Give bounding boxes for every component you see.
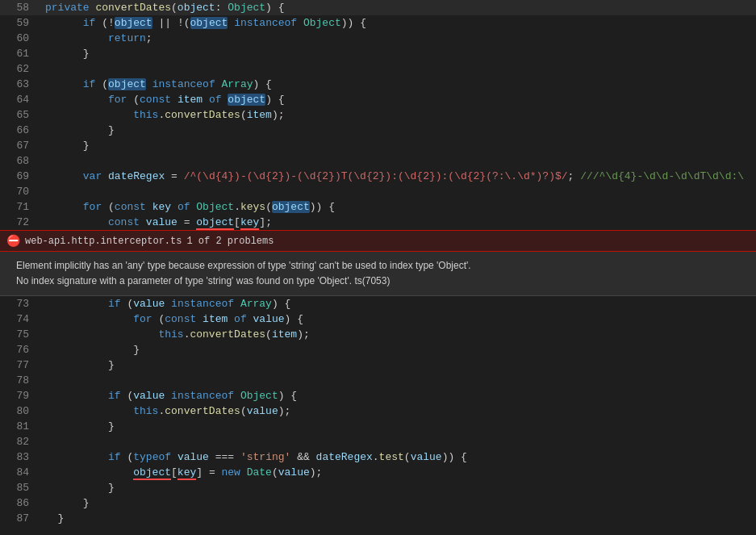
line-number: 75	[0, 327, 42, 342]
line-content: }	[42, 342, 756, 357]
code-line-73: 73 if (value instanceof Array) {	[0, 296, 756, 311]
code-line-69: 69 var dateRegex = /^(\d{4})-(\d{2})-(\d…	[0, 169, 756, 184]
line-number: 65	[0, 107, 42, 123]
line-content: var dateRegex = /^(\d{4})-(\d{2})-(\d{2}…	[42, 169, 756, 184]
line-number: 87	[0, 511, 42, 526]
error-circle-icon: ⛔	[6, 234, 20, 248]
line-number: 85	[0, 480, 42, 495]
line-content: object[key] = new Date(value);	[42, 465, 756, 480]
line-number: 66	[0, 123, 42, 138]
line-number: 82	[0, 434, 42, 449]
line-number: 64	[0, 92, 42, 107]
line-content: if (typeof value === 'string' && dateReg…	[42, 449, 756, 465]
error-bar: ⛔ web-api.http.interceptor.ts 1 of 2 pro…	[0, 230, 756, 252]
code-section-top: 58 private convertDates(object: Object) …	[0, 0, 756, 230]
line-content: for (const item of object) {	[42, 92, 756, 107]
error-message-line1: Element implicitly has an 'any' type bec…	[16, 258, 740, 274]
line-number: 60	[0, 31, 42, 46]
error-count: 1 of 2 problems	[186, 236, 274, 247]
line-number: 59	[0, 15, 42, 31]
line-number: 83	[0, 449, 42, 465]
line-number: 68	[0, 153, 42, 169]
code-line-77: 77 }	[0, 357, 756, 373]
line-content: }	[42, 46, 756, 61]
code-line-85: 85 }	[0, 480, 756, 495]
line-number: 72	[0, 215, 42, 230]
error-message-line2: No index signature with a parameter of t…	[16, 274, 740, 289]
line-number: 79	[0, 388, 42, 403]
code-line-58: 58 private convertDates(object: Object) …	[0, 0, 756, 15]
line-number: 61	[0, 46, 42, 61]
code-line-76: 76 }	[0, 342, 756, 357]
code-line-68: 68	[0, 153, 756, 169]
line-number: 71	[0, 199, 42, 215]
code-line-70: 70	[0, 184, 756, 199]
code-line-79: 79 if (value instanceof Object) {	[0, 388, 756, 403]
line-content: }	[42, 357, 756, 373]
line-content: }	[42, 480, 756, 495]
code-line-84: 84 object[key] = new Date(value);	[0, 465, 756, 480]
line-number: 80	[0, 403, 42, 419]
code-line-80: 80 this.convertDates(value);	[0, 403, 756, 419]
code-line-61: 61 }	[0, 46, 756, 61]
code-line-72: 72 const value = object[key];	[0, 215, 756, 230]
code-line-87: 87 }	[0, 511, 756, 526]
line-number: 77	[0, 357, 42, 373]
line-number: 84	[0, 465, 42, 480]
line-number: 76	[0, 342, 42, 357]
code-line-81: 81 }	[0, 419, 756, 434]
line-number: 58	[0, 0, 42, 15]
code-line-67: 67 }	[0, 138, 756, 153]
line-content: return;	[42, 31, 756, 46]
line-content: if (value instanceof Object) {	[42, 388, 756, 403]
line-content: }	[42, 495, 756, 511]
line-content: }	[42, 419, 756, 434]
line-content: this.convertDates(value);	[42, 403, 756, 419]
line-number: 69	[0, 169, 42, 184]
code-line-71: 71 for (const key of Object.keys(object)…	[0, 199, 756, 215]
code-line-78: 78	[0, 373, 756, 388]
code-line-65: 65 this.convertDates(item);	[0, 107, 756, 123]
line-number: 70	[0, 184, 42, 199]
code-editor: 58 private convertDates(object: Object) …	[0, 0, 756, 535]
error-message-box: Element implicitly has an 'any' type bec…	[0, 252, 756, 296]
code-line-63: 63 if (object instanceof Array) {	[0, 77, 756, 92]
line-content: }	[42, 138, 756, 153]
line-number: 67	[0, 138, 42, 153]
line-content: if (object instanceof Array) {	[42, 77, 756, 92]
error-filename: web-api.http.interceptor.ts	[25, 236, 182, 247]
line-number: 86	[0, 495, 42, 511]
code-line-83: 83 if (typeof value === 'string' && date…	[0, 449, 756, 465]
line-number: 74	[0, 311, 42, 327]
line-number: 62	[0, 61, 42, 77]
code-line-74: 74 for (const item of value) {	[0, 311, 756, 327]
code-line-75: 75 this.convertDates(item);	[0, 327, 756, 342]
code-line-66: 66 }	[0, 123, 756, 138]
code-line-59: 59 if (!object || !(object instanceof Ob…	[0, 15, 756, 31]
code-line-86: 86 }	[0, 495, 756, 511]
line-content: if (!object || !(object instanceof Objec…	[42, 15, 756, 31]
code-line-60: 60 return;	[0, 31, 756, 46]
line-content: }	[42, 123, 756, 138]
line-content: const value = object[key];	[42, 215, 756, 230]
code-line-82: 82	[0, 434, 756, 449]
line-number: 78	[0, 373, 42, 388]
line-number: 73	[0, 296, 42, 311]
line-content: }	[42, 511, 756, 526]
code-line-62: 62	[0, 61, 756, 77]
line-content: for (const item of value) {	[42, 311, 756, 327]
line-content: private convertDates(object: Object) {	[42, 0, 756, 15]
line-number: 81	[0, 419, 42, 434]
line-content: for (const key of Object.keys(object)) {	[42, 199, 756, 215]
code-section-bottom: 73 if (value instanceof Array) { 74 for …	[0, 296, 756, 535]
code-line-64: 64 for (const item of object) {	[0, 92, 756, 107]
line-content: this.convertDates(item);	[42, 327, 756, 342]
line-number: 63	[0, 77, 42, 92]
line-content: if (value instanceof Array) {	[42, 296, 756, 311]
line-content: this.convertDates(item);	[42, 107, 756, 123]
